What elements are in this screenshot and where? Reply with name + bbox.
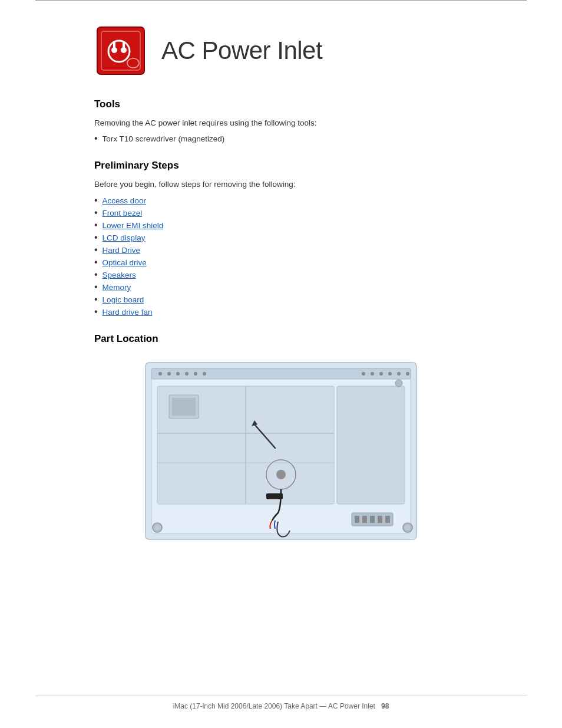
lower-emi-shield-link[interactable]: Lower EMI shield [103, 221, 164, 230]
chapter-header: AC Power Inlet [94, 24, 468, 77]
svg-point-13 [176, 372, 180, 375]
chapter-icon [94, 24, 147, 77]
svg-rect-27 [337, 386, 405, 504]
preliminary-steps-list: • Access door • Front bezel • Lower EMI … [94, 196, 468, 317]
svg-rect-29 [355, 516, 359, 523]
bullet-icon: • [94, 134, 98, 143]
svg-rect-0 [97, 27, 144, 74]
svg-point-43 [405, 525, 410, 530]
part-location-image [140, 357, 422, 545]
list-item: • Optical drive [94, 258, 468, 267]
svg-point-21 [397, 372, 401, 375]
list-item: • Logic board [94, 295, 468, 304]
svg-rect-32 [378, 516, 382, 523]
svg-point-12 [167, 372, 171, 375]
svg-rect-38 [172, 398, 196, 416]
memory-link[interactable]: Memory [103, 283, 131, 292]
bullet-icon: • [94, 295, 98, 304]
list-item: • Access door [94, 196, 468, 205]
svg-rect-31 [370, 516, 375, 523]
svg-point-39 [395, 380, 402, 387]
svg-point-14 [185, 372, 189, 375]
tools-list: • Torx T10 screwdriver (magnetized) [94, 134, 468, 143]
front-bezel-link[interactable]: Front bezel [103, 209, 143, 218]
svg-point-22 [406, 372, 409, 375]
page-footer: iMac (17-inch Mid 2006/Late 2006) Take A… [35, 696, 527, 710]
list-item: • Lower EMI shield [94, 220, 468, 230]
svg-point-41 [155, 525, 160, 530]
bullet-icon: • [94, 245, 98, 255]
svg-rect-5 [113, 42, 115, 50]
tool-item: Torx T10 screwdriver (magnetized) [103, 134, 225, 143]
svg-rect-33 [385, 516, 390, 523]
list-item: • Hard drive fan [94, 307, 468, 317]
preliminary-steps-intro: Before you begin, follow steps for remov… [94, 179, 468, 190]
bullet-icon: • [94, 233, 98, 242]
svg-point-15 [194, 372, 197, 375]
tools-heading: Tools [94, 98, 468, 110]
bullet-icon: • [94, 307, 98, 317]
bullet-icon: • [94, 270, 98, 279]
hard-drive-link[interactable]: Hard Drive [103, 246, 141, 255]
svg-rect-30 [362, 516, 367, 523]
list-item: • LCD display [94, 233, 468, 242]
hard-drive-fan-link[interactable]: Hard drive fan [103, 308, 153, 317]
bullet-icon: • [94, 220, 98, 230]
bullet-icon: • [94, 258, 98, 267]
svg-rect-6 [123, 42, 125, 50]
list-item: • Hard Drive [94, 245, 468, 255]
svg-point-19 [379, 372, 383, 375]
preliminary-steps-section: Preliminary Steps Before you begin, foll… [94, 160, 468, 316]
part-location-heading: Part Location [94, 333, 468, 345]
svg-point-11 [158, 372, 162, 375]
tools-intro: Removing the AC power inlet requires usi… [94, 117, 468, 129]
list-item: • Torx T10 screwdriver (magnetized) [94, 134, 468, 143]
svg-point-18 [371, 372, 374, 375]
device-image-container [94, 357, 468, 545]
bullet-icon: • [94, 282, 98, 292]
speakers-link[interactable]: Speakers [103, 271, 136, 279]
lcd-display-link[interactable]: LCD display [103, 233, 146, 242]
ac-power-icon [94, 24, 147, 77]
list-item: • Front bezel [94, 208, 468, 218]
chapter-title: AC Power Inlet [161, 37, 322, 65]
svg-point-35 [276, 470, 286, 479]
optical-drive-link[interactable]: Optical drive [103, 258, 147, 267]
svg-rect-36 [266, 493, 283, 499]
footer-text: iMac (17-inch Mid 2006/Late 2006) Take A… [173, 702, 389, 710]
svg-point-17 [362, 372, 365, 375]
list-item: • Speakers [94, 270, 468, 279]
part-location-section: Part Location [94, 333, 468, 545]
list-item: • Memory [94, 282, 468, 292]
svg-point-20 [388, 372, 392, 375]
svg-point-16 [203, 372, 206, 375]
bullet-icon: • [94, 196, 98, 205]
access-door-link[interactable]: Access door [103, 196, 146, 205]
preliminary-steps-heading: Preliminary Steps [94, 160, 468, 172]
logic-board-link[interactable]: Logic board [103, 295, 144, 304]
bullet-icon: • [94, 208, 98, 218]
tools-section: Tools Removing the AC power inlet requir… [94, 98, 468, 143]
